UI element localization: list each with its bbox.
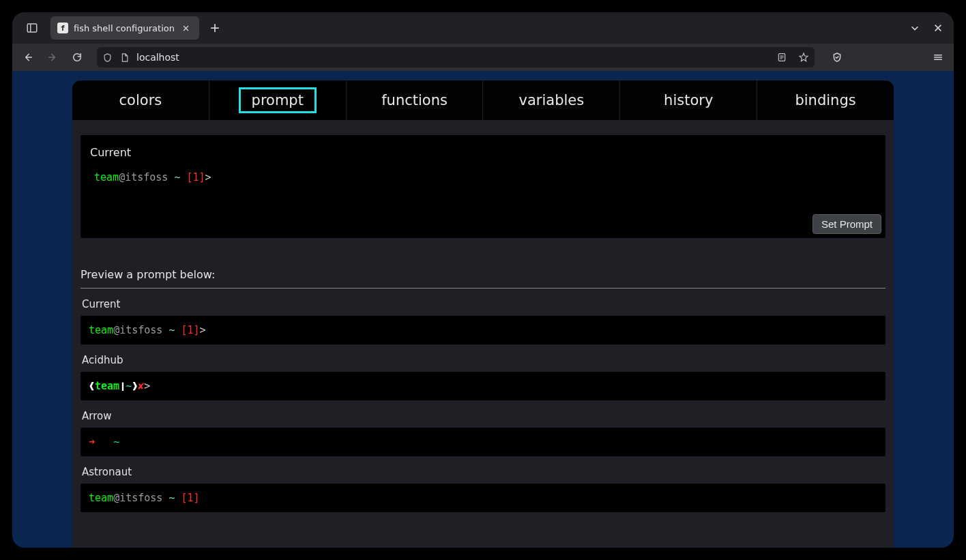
reader-mode-icon[interactable]	[776, 52, 787, 63]
config-tabs-row: colors prompt functions variables histor…	[72, 80, 894, 120]
tab-variables[interactable]: variables	[483, 80, 619, 120]
window-close-button[interactable]	[926, 12, 950, 44]
preview-box: team@itsfoss ~ [1]	[80, 484, 886, 512]
tab-history[interactable]: history	[620, 80, 757, 120]
address-bar[interactable]: localhost	[97, 47, 815, 68]
tabs-dropdown-button[interactable]	[903, 12, 926, 44]
preview-section-header: Preview a prompt below:	[80, 268, 886, 289]
tab-title: fish shell configuration	[74, 23, 175, 33]
preview-name: Astronaut	[82, 466, 884, 478]
browser-tabs-bar: f fish shell configuration	[12, 12, 954, 44]
reload-button[interactable]	[65, 46, 89, 69]
preview-name: Current	[82, 298, 884, 310]
app-menu-button[interactable]	[926, 46, 950, 69]
back-button[interactable]	[16, 46, 40, 69]
current-heading: Current	[90, 146, 876, 159]
shield-icon	[102, 53, 113, 63]
current-prompt-box: Current team@itsfoss ~ [1]> Set Prompt	[80, 135, 886, 238]
set-prompt-button[interactable]: Set Prompt	[813, 214, 881, 234]
preview-box: ➜ ~	[80, 428, 886, 456]
fish-config-panel: colors prompt functions variables histor…	[72, 80, 894, 548]
browser-url-toolbar: localhost	[12, 44, 954, 71]
preview-box: ❰team❙~❱✘>	[80, 372, 886, 400]
svg-rect-0	[27, 24, 37, 32]
browser-tab[interactable]: f fish shell configuration	[50, 16, 199, 40]
bookmark-icon[interactable]	[798, 52, 809, 63]
protection-shield-button[interactable]	[825, 46, 849, 69]
preview-name: Acidhub	[82, 354, 884, 366]
page-icon	[119, 53, 130, 63]
tab-bindings[interactable]: bindings	[757, 80, 894, 120]
preview-name: Arrow	[82, 410, 884, 422]
new-tab-button[interactable]	[205, 18, 225, 38]
tab-functions[interactable]: functions	[347, 80, 483, 120]
preview-item-arrow[interactable]: Arrow ➜ ~	[80, 410, 886, 456]
tab-close-button[interactable]	[180, 22, 192, 34]
preview-item-acidhub[interactable]: Acidhub ❰team❙~❱✘>	[80, 354, 886, 400]
page-viewport: colors prompt functions variables histor…	[12, 71, 954, 548]
address-text: localhost	[136, 52, 765, 63]
window-root: f fish shell configuration	[12, 12, 954, 548]
forward-button[interactable]	[41, 46, 64, 69]
config-body[interactable]: Current team@itsfoss ~ [1]> Set Prompt P…	[72, 120, 894, 548]
sidebar-toggle-button[interactable]	[16, 12, 48, 44]
tab-colors[interactable]: colors	[72, 80, 209, 120]
tab-favicon: f	[57, 23, 68, 33]
preview-item-astronaut[interactable]: Astronaut team@itsfoss ~ [1]	[80, 466, 886, 512]
tab-prompt[interactable]: prompt	[209, 80, 346, 120]
current-prompt-line: team@itsfoss ~ [1]>	[94, 171, 876, 183]
preview-box: team@itsfoss ~ [1]>	[80, 316, 886, 344]
preview-item-current[interactable]: Current team@itsfoss ~ [1]>	[80, 298, 886, 344]
